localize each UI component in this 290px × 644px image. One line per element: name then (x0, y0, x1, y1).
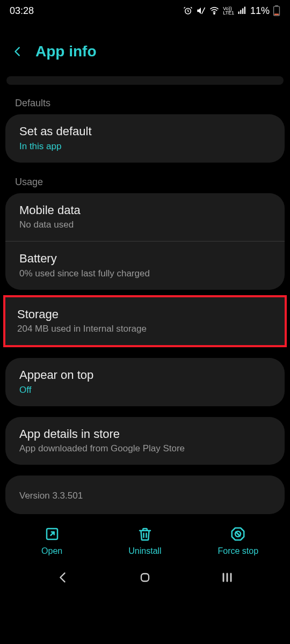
android-nav-bar (0, 562, 290, 590)
app-info-header: App info (0, 21, 290, 76)
svg-line-13 (236, 532, 241, 536)
volte-icon: Vo))LTE1 (223, 6, 234, 15)
appear-on-top-row[interactable]: Appear on top Off (5, 358, 285, 406)
svg-rect-6 (244, 7, 245, 14)
force-stop-label: Force stop (218, 546, 259, 556)
storage-row-highlight: Storage 204 MB used in Internal storage (3, 295, 287, 348)
app-details-row[interactable]: App details in store App downloaded from… (5, 417, 285, 465)
battery-icon (273, 5, 280, 16)
battery-row[interactable]: Battery 0% used since last fully charged (5, 241, 285, 290)
uninstall-label: Uninstall (128, 546, 161, 556)
mobile-data-sub: No data used (19, 219, 271, 230)
mobile-data-row[interactable]: Mobile data No data used (5, 193, 285, 241)
section-usage-label: Usage (0, 173, 290, 193)
nav-recents-icon[interactable] (220, 570, 235, 585)
section-defaults-label: Defaults (0, 94, 290, 114)
force-stop-icon (230, 526, 246, 542)
battery-sub: 0% used since last fully charged (19, 268, 271, 279)
svg-rect-5 (242, 9, 243, 14)
open-icon (44, 526, 60, 542)
page-title: App info (35, 43, 97, 60)
svg-rect-4 (240, 10, 241, 14)
signal-icon (237, 6, 247, 16)
set-as-default-row[interactable]: Set as default In this app (5, 114, 285, 163)
back-icon[interactable] (12, 46, 24, 57)
appear-on-top-sub: Off (19, 385, 271, 396)
set-as-default-sub: In this app (19, 141, 271, 152)
status-icons: Vo))LTE1 11% (183, 5, 280, 17)
svg-rect-14 (141, 574, 149, 581)
mobile-data-title: Mobile data (19, 203, 271, 218)
status-bar: 03:28 Vo))LTE1 11% (0, 0, 290, 21)
appear-on-top-title: Appear on top (19, 368, 271, 383)
battery-title: Battery (19, 251, 271, 266)
storage-sub: 204 MB used in Internal storage (17, 324, 273, 334)
storage-title: Storage (17, 307, 273, 322)
version-text: Version 3.3.501 (19, 491, 271, 501)
scroll-indicator (6, 76, 284, 85)
svg-line-1 (202, 8, 205, 14)
open-label: Open (41, 546, 62, 556)
battery-percent: 11% (250, 5, 270, 17)
version-row: Version 3.3.501 (5, 475, 285, 514)
status-time: 03:28 (10, 5, 34, 17)
uninstall-button[interactable]: Uninstall (98, 526, 191, 556)
trash-icon (137, 526, 153, 542)
set-as-default-title: Set as default (19, 124, 271, 139)
svg-rect-3 (238, 12, 239, 14)
nav-back-icon[interactable] (55, 570, 70, 585)
wifi-icon (209, 6, 220, 16)
bottom-action-bar: Open Uninstall Force stop (0, 514, 290, 562)
mute-icon (196, 6, 206, 16)
alarm-icon (183, 6, 193, 16)
storage-row[interactable]: Storage 204 MB used in Internal storage (5, 297, 285, 346)
nav-home-icon[interactable] (137, 570, 153, 585)
svg-rect-9 (274, 13, 279, 15)
svg-point-2 (214, 13, 215, 14)
app-details-title: App details in store (19, 427, 271, 442)
app-details-sub: App downloaded from Google Play Store (19, 443, 271, 454)
open-button[interactable]: Open (5, 526, 98, 556)
force-stop-button[interactable]: Force stop (192, 526, 285, 556)
